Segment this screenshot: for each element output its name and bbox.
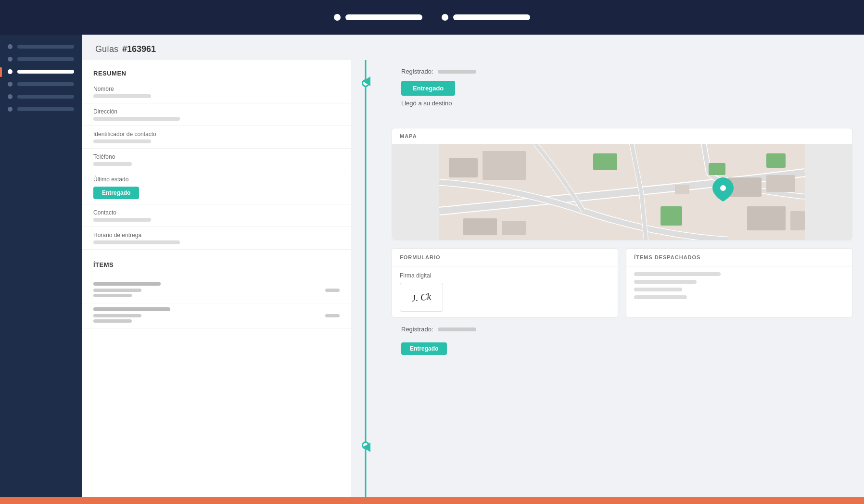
value-horario <box>93 240 180 244</box>
svg-rect-6 <box>661 206 682 226</box>
label-contacto: Contacto <box>93 209 340 216</box>
items-header: ÍTEMS <box>82 252 351 274</box>
timeline-area <box>351 60 380 497</box>
topbar-item-1 <box>334 14 422 21</box>
firma-label: Firma digital <box>400 272 610 279</box>
value-direccion <box>93 117 180 121</box>
value-nombre <box>93 94 151 98</box>
bottom-bar <box>0 497 864 504</box>
registrado-bottom-bar <box>438 328 476 331</box>
item-row-2 <box>82 303 351 329</box>
topbar-item-2 <box>442 14 530 21</box>
registrado-bottom: Registrado: Entregado <box>392 318 852 359</box>
item-2-sub-bar-1 <box>93 314 141 317</box>
item-2-main <box>93 307 170 311</box>
registrado-bottom-label: Registrado: <box>401 326 433 333</box>
item-1-end-1 <box>325 289 340 292</box>
sidebar-dot-2 <box>8 57 13 62</box>
item-1-sub-bar-1 <box>93 289 141 292</box>
svg-point-15 <box>720 185 726 191</box>
topbar-bar-2 <box>453 14 530 20</box>
item-row-1 <box>82 278 351 303</box>
svg-rect-2 <box>483 151 526 180</box>
svg-rect-5 <box>593 153 617 170</box>
sidebar-bar-3 <box>17 70 74 74</box>
content-body: RESUMEN Nombre Dirección Identificador d… <box>82 60 864 497</box>
svg-rect-10 <box>766 175 795 192</box>
field-horario: Horario de entrega <box>82 229 351 247</box>
topbar-dot-2 <box>442 14 448 21</box>
right-panel: Registrado: Entregado Llegó a su destino… <box>380 60 864 497</box>
content: Guías #163961 RESUMEN Nombre Dirección <box>82 35 864 497</box>
sidebar-dot-4 <box>8 82 13 87</box>
topbar-dot-1 <box>334 14 341 21</box>
sidebar <box>0 35 82 497</box>
sidebar-dot-1 <box>8 44 13 49</box>
item-1-sub-bar-2 <box>93 294 132 297</box>
svg-rect-3 <box>463 218 497 235</box>
label-nombre: Nombre <box>93 86 340 92</box>
breadcrumb-title: Guías <box>95 44 118 54</box>
item-1-sub-1 <box>93 289 340 292</box>
items-desp-content <box>626 266 852 309</box>
timeline-arrow-bottom <box>363 442 370 452</box>
topbar <box>0 0 864 35</box>
items-despachados-header: ÍTEMS DESPACHADOS <box>626 249 852 266</box>
label-contacto-id: Identificador de contacto <box>93 131 340 138</box>
svg-rect-12 <box>790 211 805 230</box>
field-contacto: Contacto <box>82 206 351 225</box>
label-direccion: Dirección <box>93 108 340 115</box>
field-contacto-id: Identificador de contacto <box>82 128 351 146</box>
registrado-label: Registrado: <box>401 68 433 75</box>
formulario-header: FORMULARIO <box>392 249 618 266</box>
sidebar-bar-2 <box>17 57 74 61</box>
firma-area: Firma digital J. Ck <box>392 266 618 317</box>
desp-bar-3 <box>634 288 682 291</box>
label-telefono: Teléfono <box>93 153 340 160</box>
sidebar-dot-3 <box>8 69 13 74</box>
sidebar-bar-6 <box>17 107 74 111</box>
field-telefono: Teléfono <box>82 151 351 169</box>
firma-box: J. Ck <box>400 283 443 312</box>
svg-rect-11 <box>747 206 786 230</box>
sidebar-item-2[interactable] <box>8 57 74 62</box>
map-visual <box>392 144 852 240</box>
sidebar-item-3-active[interactable] <box>8 69 74 74</box>
ultimo-estado-button[interactable]: Entregado <box>93 187 139 199</box>
value-telefono <box>93 162 132 166</box>
sidebar-item-1[interactable] <box>8 44 74 49</box>
item-2-sub-2 <box>93 319 340 323</box>
sidebar-bar-4 <box>17 82 74 86</box>
registrado-row: Registrado: <box>401 68 843 75</box>
destino-text: Llegó a su destino <box>401 100 843 107</box>
desp-bar-1 <box>634 272 721 276</box>
registrado-bottom-row: Registrado: <box>401 326 843 333</box>
svg-rect-1 <box>449 158 478 177</box>
entregado-button[interactable]: Entregado <box>401 81 455 96</box>
item-1-main <box>93 282 161 286</box>
svg-rect-7 <box>709 163 725 175</box>
sidebar-item-5[interactable] <box>8 94 74 99</box>
item-1-sub-2 <box>93 294 340 297</box>
sidebar-bar-1 <box>17 45 74 49</box>
breadcrumb-id: #163961 <box>122 44 156 54</box>
main-area: Guías #163961 RESUMEN Nombre Dirección <box>0 35 864 497</box>
map-section: MAPA <box>392 128 852 240</box>
status-section: Registrado: Entregado Llegó a su destino <box>392 60 852 120</box>
field-ultimo-estado: Último estado Entregado <box>82 173 351 202</box>
sidebar-dot-5 <box>8 94 13 99</box>
firma-text: J. Ck <box>411 291 432 303</box>
resumen-header: RESUMEN <box>82 60 351 83</box>
field-direccion: Dirección <box>82 105 351 124</box>
left-panel: RESUMEN Nombre Dirección Identificador d… <box>82 60 351 497</box>
sidebar-item-4[interactable] <box>8 82 74 87</box>
sidebar-item-6[interactable] <box>8 107 74 112</box>
bottom-status-button[interactable]: Entregado <box>401 342 447 355</box>
page-header: Guías #163961 <box>82 35 864 60</box>
bottom-sections: FORMULARIO Firma digital J. Ck ÍTEMS DES… <box>392 248 852 318</box>
timeline-line <box>365 60 367 497</box>
items-section <box>82 274 351 333</box>
sidebar-dot-6 <box>8 107 13 112</box>
value-contacto-id <box>93 139 151 143</box>
label-ultimo-estado: Último estado <box>93 176 340 183</box>
